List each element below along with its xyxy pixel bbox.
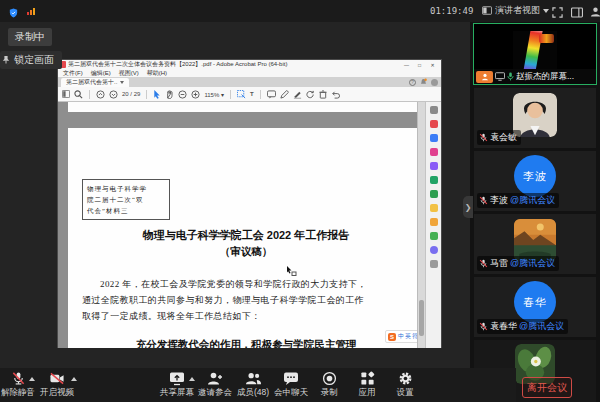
- leave-meeting-button[interactable]: 离开会议: [522, 377, 572, 398]
- rail-stamp-icon[interactable]: [430, 260, 438, 268]
- video-options-caret[interactable]: [71, 377, 77, 381]
- unmute-button[interactable]: 解除静音: [0, 368, 36, 399]
- rail-create-pdf-icon[interactable]: [430, 120, 438, 128]
- participant-name-suffix: @腾讯会议: [519, 320, 564, 333]
- fullscreen-icon[interactable]: [552, 4, 563, 22]
- help-question-icon[interactable]: ?: [409, 79, 416, 86]
- rail-protect-icon[interactable]: [430, 218, 438, 226]
- mic-options-caret[interactable]: [29, 377, 35, 381]
- participant-name: 袁会敏: [490, 131, 517, 144]
- document-title: 物理与电子科学学院工会 2022 年工作报告: [68, 228, 424, 243]
- share-options-caret[interactable]: [189, 377, 195, 381]
- rail-send-review-icon[interactable]: [430, 246, 438, 254]
- pdf-scrollbar[interactable]: [417, 102, 425, 348]
- pdf-scrollbar-thumb[interactable]: [419, 300, 424, 336]
- page-number-field[interactable]: 20 / 29: [122, 91, 140, 97]
- record-button[interactable]: 录制: [310, 368, 348, 399]
- rail-fill-sign-icon[interactable]: [430, 232, 438, 240]
- previous-page-icon[interactable]: [96, 89, 105, 99]
- meeting-footer-toolbar: 解除静音 开启视频 共享屏幕 邀请参会 成员(48) 会中聊天 录制: [0, 368, 516, 402]
- participant-tile-screen-share[interactable]: 赵振杰的屏幕...: [474, 24, 596, 84]
- notification-bell-icon[interactable]: [420, 78, 427, 86]
- presenter-badge-icon[interactable]: [476, 71, 493, 83]
- rail-combine-files-icon[interactable]: [430, 176, 438, 184]
- participants-sidebar: 赵振杰的屏幕... 袁会敏 李波 李波@腾讯会议: [470, 22, 600, 402]
- sidebar-collapse-handle[interactable]: ❯: [463, 196, 473, 218]
- members-icon: [245, 371, 262, 386]
- next-page-icon[interactable]: [109, 89, 118, 99]
- participant-tile[interactable]: 春华 袁春华@腾讯会议: [474, 277, 596, 337]
- marquee-zoom-icon[interactable]: [237, 89, 246, 99]
- participant-avatar: 李波: [514, 155, 556, 197]
- rail-edit-pdf-icon[interactable]: [430, 134, 438, 142]
- account-avatar-icon[interactable]: [431, 79, 438, 86]
- delete-page-icon[interactable]: [319, 89, 327, 99]
- undo-icon[interactable]: [331, 89, 340, 99]
- highlighter-icon[interactable]: [293, 89, 302, 99]
- chat-button[interactable]: 会中聊天: [272, 368, 310, 399]
- pencil-annotate-icon[interactable]: [280, 89, 289, 99]
- network-signal-icon[interactable]: [27, 8, 35, 15]
- zoom-in-icon[interactable]: [191, 89, 200, 99]
- shared-screen-thumbnail: [513, 31, 557, 69]
- record-icon: [322, 371, 337, 386]
- rail-export-pdf-icon[interactable]: [430, 148, 438, 156]
- chevron-down-icon: [543, 9, 549, 13]
- minimize-button[interactable]: —: [400, 62, 413, 68]
- start-video-button[interactable]: 开启视频: [36, 368, 78, 399]
- mic-active-icon: [507, 72, 514, 81]
- acrobat-tools-rail: [425, 102, 441, 348]
- text-select-icon[interactable]: T: [250, 89, 254, 99]
- hand-tool-icon[interactable]: [165, 89, 174, 99]
- share-screen-button[interactable]: 共享屏幕: [158, 368, 196, 399]
- participant-tile[interactable]: 袁会敏: [474, 88, 596, 148]
- share-screen-icon: [169, 371, 185, 386]
- apps-button[interactable]: 应用: [348, 368, 386, 399]
- chat-bubble-icon: [283, 371, 299, 386]
- rail-comment-icon[interactable]: [430, 162, 438, 170]
- participant-tile[interactable]: 李波 李波@腾讯会议: [474, 151, 596, 211]
- zoom-out-icon[interactable]: [178, 89, 187, 99]
- rail-compress-icon[interactable]: [430, 204, 438, 212]
- participants-icon[interactable]: [590, 4, 600, 22]
- mic-muted-icon: [479, 259, 488, 268]
- maximize-button[interactable]: □: [413, 62, 426, 68]
- lock-view-button[interactable]: 锁定画面: [0, 51, 62, 69]
- document-tab[interactable]: 第二届双代会第十..: [61, 78, 129, 87]
- share-tile-label-bar: 赵振杰的屏幕...: [474, 69, 596, 84]
- view-mode-selector[interactable]: 演讲者视图: [482, 4, 549, 17]
- close-button[interactable]: ✕: [426, 62, 439, 68]
- participant-tile[interactable]: 马雷@腾讯会议: [474, 214, 596, 274]
- zoom-level-field[interactable]: 115% ▾: [204, 91, 224, 98]
- screen-share-mini-icon: [495, 72, 505, 81]
- participant-avatar: 春华: [514, 281, 556, 323]
- security-shield-icon[interactable]: [8, 5, 19, 23]
- apps-grid-icon: [360, 371, 375, 386]
- invite-person-icon: [207, 371, 223, 386]
- rotate-page-icon[interactable]: [306, 89, 315, 99]
- page-panel-icon[interactable]: [62, 89, 70, 99]
- camera-off-icon: [49, 371, 65, 386]
- select-tool-icon[interactable]: [153, 89, 161, 99]
- side-by-side-layout-icon[interactable]: [571, 4, 583, 22]
- comment-icon[interactable]: [267, 89, 276, 99]
- mic-muted-icon: [11, 371, 26, 386]
- meeting-topbar: 01:19:49 演讲者视图: [0, 0, 600, 22]
- pdf-canvas: 物理与电子科学学 院二届十二次“双 代会”材料三 物理与电子科学学院工会 202…: [58, 102, 441, 348]
- participant-avatar: [514, 219, 556, 261]
- acrobat-toolbar: 20 / 29 115% ▾ T: [58, 87, 441, 102]
- members-button[interactable]: 成员(48): [234, 368, 272, 399]
- view-mode-label: 演讲者视图: [495, 4, 540, 17]
- rail-organize-pages-icon[interactable]: [430, 190, 438, 198]
- pin-icon: [2, 55, 10, 64]
- acrobat-menubar: 文件(F) 编辑(E) 视图(V) 帮助(H): [58, 69, 441, 77]
- rail-search-icon[interactable]: [430, 106, 438, 114]
- invite-button[interactable]: 邀请参会: [196, 368, 234, 399]
- participant-name: 赵振杰的屏幕...: [516, 71, 574, 83]
- document-subtitle: （审议稿）: [68, 245, 424, 259]
- search-icon[interactable]: [74, 89, 83, 99]
- mic-muted-icon: [479, 196, 488, 205]
- ime-mode-keys: 中英符: [398, 332, 419, 341]
- document-section-heading: 充分发挥教代会的作用，积极参与学院民主管理: [68, 338, 424, 348]
- settings-button[interactable]: 设置: [386, 368, 424, 399]
